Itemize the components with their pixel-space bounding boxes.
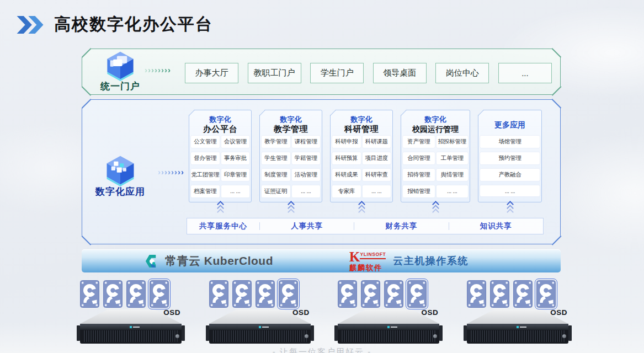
item-row: 教学管理课程管理	[262, 136, 320, 148]
up-arrow	[401, 203, 470, 215]
column-header: 数字化办公平台	[189, 110, 252, 136]
hdd-icon	[279, 280, 298, 308]
column-title: 教学管理	[274, 124, 308, 134]
hdd-icon	[467, 280, 486, 308]
app-item: 督办管理	[191, 152, 220, 164]
chevron-up-icon	[432, 208, 439, 216]
item-row: 制度管理活动管理	[262, 169, 320, 181]
app-item: 档案管理	[191, 185, 220, 197]
kylinsoft-logo: K YLINSOFT 麒麟软件	[349, 250, 386, 272]
kylin-suffix: YLINSOFT	[360, 252, 386, 259]
app-item: 舆情管理	[437, 169, 469, 181]
item-row: 学生管理学籍管理	[262, 152, 320, 164]
item-row: 档案管理... ...	[191, 185, 249, 197]
unified-portal-icon	[105, 50, 136, 81]
app-item: 活动管理	[292, 169, 321, 181]
column-header: 数字化教学管理	[259, 110, 322, 136]
osd-label: OSD	[163, 308, 180, 317]
app-item: 课程管理	[292, 136, 321, 148]
power-button-icon	[433, 334, 437, 338]
item-row: 证照证明... ...	[262, 185, 320, 197]
app-item: 教学管理	[262, 136, 290, 148]
portal-button: 岗位中心	[435, 63, 489, 83]
kubercloud-logo-icon	[144, 253, 160, 269]
app-item: 项目进度	[363, 152, 391, 164]
column-header: 数字化科研管理	[330, 110, 393, 136]
portal-button-row: 办事大厅教职工门户学生门户领导桌面岗位中心...	[185, 63, 552, 83]
hdd-icon	[126, 280, 146, 308]
hdd-icon	[232, 280, 252, 308]
app-item: ... ...	[363, 185, 391, 197]
disk-row	[209, 280, 311, 308]
power-button-icon	[562, 334, 566, 338]
vendor-logo-icon	[387, 326, 390, 328]
power-button-icon	[305, 334, 308, 338]
hdd-icon	[150, 280, 169, 308]
osd-label: OSD	[550, 308, 567, 317]
server-mesh	[342, 330, 435, 342]
item-row: 场馆管理	[480, 136, 540, 148]
column-subtitle: 数字化	[425, 115, 446, 124]
column-subtitle: 更多应用	[494, 120, 525, 129]
hdd-icon	[80, 280, 99, 308]
item-row: 科研成果科研审查	[332, 169, 391, 181]
app-item: 合同管理	[403, 152, 435, 164]
column-header: 数字化校园运行管理	[401, 110, 470, 136]
app-item: 会议管理	[221, 136, 250, 148]
item-row: 资产管理招投标管理	[403, 136, 468, 148]
flow-arrows-icon: ››››››››	[158, 167, 184, 176]
app-item: 专家库	[332, 185, 361, 197]
hdd-icon	[209, 280, 228, 308]
app-item: 科研成果	[332, 169, 361, 181]
hdd-icon	[513, 280, 533, 308]
app-item: 制度管理	[262, 169, 290, 181]
column-header: 更多应用	[478, 110, 542, 136]
hdd-icon	[490, 280, 509, 308]
server-group: OSD	[338, 280, 439, 308]
portal-button: 领导桌面	[373, 63, 427, 83]
chevron-up-icon	[288, 208, 295, 216]
share-label: 知识共享	[449, 221, 543, 231]
hdd-icon	[384, 280, 403, 308]
app-item: 预约管理	[480, 152, 540, 164]
item-row: 党工团管理印章管理	[191, 169, 249, 181]
app-column-panel: 数字化科研管理科研申报科研课题科研预算项目进度科研成果科研审查专家库... ..…	[330, 110, 393, 202]
app-item: 科研课题	[363, 136, 391, 148]
hdd-icon	[103, 280, 123, 308]
item-row: 合同管理工单管理	[403, 152, 468, 164]
slide-canvas: 高校数字化办公平台 统一门户 ›››››››› 办事大厅教职工门户学生门户领导桌…	[0, 0, 644, 353]
server-front	[338, 324, 439, 344]
column-title: 办公平台	[203, 124, 237, 134]
portal-button: 学生门户	[310, 63, 364, 83]
flow-arrows-icon: ››››››››	[145, 65, 171, 74]
power-button-icon	[175, 334, 179, 338]
up-arrow	[478, 203, 542, 215]
item-row: 报销管理... ...	[403, 185, 468, 197]
column-subtitle: 数字化	[210, 115, 231, 124]
app-item: ... ...	[480, 185, 540, 196]
app-item: 公文管理	[191, 136, 220, 148]
server-bezel	[80, 324, 182, 330]
chevron-up-icon	[217, 208, 224, 216]
app-item: 资产管理	[403, 136, 435, 148]
disk-row	[80, 280, 182, 308]
column-subtitle: 数字化	[280, 115, 302, 124]
server-front	[80, 324, 182, 344]
item-row: 招待管理舆情管理	[403, 169, 468, 181]
up-arrow	[189, 203, 252, 215]
share-label: 人事共享	[260, 221, 354, 231]
shared-services-bar: 共享服务中心人事共享财务共享知识共享	[187, 218, 544, 234]
item-row: 预约管理	[480, 152, 540, 164]
server-bezel	[338, 324, 439, 330]
item-row: 产教融合	[480, 169, 540, 181]
app-item: 产教融合	[480, 169, 540, 181]
hdd-icon	[536, 280, 556, 308]
cloud-platform-bar: 常青云 KuberCloud K YLINSOFT 麒麟软件 云主机操作系统	[82, 249, 561, 272]
unified-portal-label: 统一门户	[100, 80, 140, 93]
title-chevrons-icon	[17, 16, 45, 34]
portal-button: 办事大厅	[185, 63, 238, 83]
title-row: 高校数字化办公平台	[17, 13, 213, 36]
portal-button: 教职工门户	[248, 63, 301, 83]
app-column-panel: 数字化办公平台公文管理会议管理督办管理事务审批党工团管理印章管理档案管理... …	[189, 110, 252, 202]
server-mesh	[84, 330, 178, 342]
